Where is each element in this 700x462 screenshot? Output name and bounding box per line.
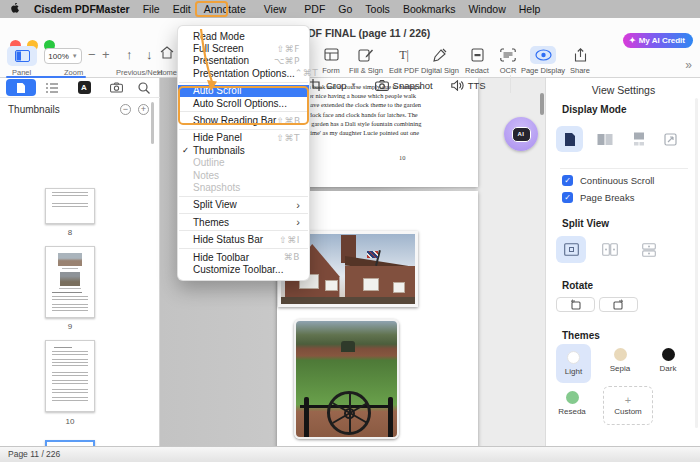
menubar-edit[interactable]: Edit bbox=[173, 3, 191, 15]
form-button[interactable]: Form bbox=[314, 46, 348, 75]
menu-item-snapshots-disabled: Snapshots bbox=[178, 181, 309, 193]
menubar-tools[interactable]: Tools bbox=[365, 3, 390, 15]
thumb-text-block bbox=[52, 372, 88, 385]
thumbnail-page-10[interactable] bbox=[45, 340, 95, 412]
chevron-down-icon: ▼ bbox=[72, 53, 78, 59]
menu-item-customize-toolbar[interactable]: Customize Toolbar... bbox=[178, 263, 309, 275]
tab-thumbnails[interactable] bbox=[6, 79, 36, 96]
crop-icon bbox=[310, 79, 322, 91]
menubar-bookmarks[interactable]: Bookmarks bbox=[403, 3, 456, 15]
annotation-box-auto-scroll bbox=[178, 86, 309, 125]
menubar-view[interactable]: View bbox=[259, 2, 292, 16]
menu-item-hide-panel[interactable]: Hide Panel⇧⌘T bbox=[178, 132, 309, 144]
menu-separator bbox=[179, 213, 308, 214]
menu-item-read-mode[interactable]: Read Mode bbox=[178, 30, 309, 42]
menu-separator bbox=[179, 230, 308, 231]
redact-button[interactable]: Redact bbox=[460, 46, 494, 75]
menubar-help[interactable]: Help bbox=[519, 3, 541, 15]
theme-light-selected[interactable]: Light bbox=[556, 344, 591, 383]
page-display-label: Page Display bbox=[521, 66, 565, 75]
fill-sign-button[interactable]: Fill & Sign bbox=[349, 46, 383, 75]
page-display-button[interactable]: Page Display bbox=[526, 46, 560, 75]
page-breaks-row[interactable]: ✓ Page Breaks bbox=[562, 192, 634, 203]
checkbox-checked-icon[interactable]: ✓ bbox=[562, 192, 573, 203]
thumb-heading bbox=[54, 347, 72, 348]
display-mode-fit[interactable] bbox=[657, 126, 684, 152]
tab-search[interactable] bbox=[136, 80, 152, 95]
thumb-text-block bbox=[52, 192, 88, 200]
thumbnail-page-9[interactable] bbox=[45, 246, 95, 318]
tab-annotations[interactable]: A bbox=[76, 80, 92, 95]
sidebar-scrollbar[interactable] bbox=[151, 102, 154, 144]
document-scrollbar[interactable] bbox=[540, 93, 544, 115]
tts-button[interactable]: TTS bbox=[451, 80, 486, 91]
previous-page-button[interactable]: ↑ bbox=[126, 47, 133, 62]
rotate-right-icon bbox=[612, 299, 625, 310]
thumbnail-zoom-out-icon[interactable]: − bbox=[120, 104, 131, 115]
theme-name: Dark bbox=[660, 364, 677, 373]
rotate-left-button[interactable] bbox=[556, 297, 595, 312]
tab-outline[interactable] bbox=[44, 80, 60, 95]
next-page-button[interactable]: ↓ bbox=[146, 47, 153, 62]
ocr-icon bbox=[500, 48, 516, 62]
thumbnail-zoom-in-icon[interactable]: + bbox=[138, 104, 149, 115]
form-icon bbox=[324, 48, 339, 62]
menu-item-split-view[interactable]: Split View› bbox=[178, 199, 309, 211]
menu-item-presentation[interactable]: Presentation⌥⌘P bbox=[178, 55, 309, 67]
theme-custom[interactable]: + Custom bbox=[603, 386, 653, 425]
menu-item-themes[interactable]: Themes› bbox=[178, 216, 309, 228]
redact-icon bbox=[471, 48, 484, 62]
split-view-vertical[interactable] bbox=[595, 236, 625, 263]
apple-logo-icon[interactable] bbox=[10, 3, 21, 15]
menubar-go[interactable]: Go bbox=[338, 3, 352, 15]
macos-menu-bar: Cisdem PDFMaster File Edit Annotate View… bbox=[0, 0, 700, 18]
iron-wheel-gate bbox=[327, 391, 371, 435]
zoom-out-button[interactable]: − bbox=[88, 47, 96, 62]
theme-sepia[interactable]: Sepia bbox=[602, 348, 638, 373]
edit-pdf-button[interactable]: T| Edit PDF bbox=[387, 46, 421, 75]
tab-snapshots[interactable] bbox=[108, 80, 124, 95]
snapshot-button[interactable]: Snapshot bbox=[375, 80, 433, 91]
thumb-text-block bbox=[52, 296, 88, 313]
share-button[interactable]: Share bbox=[563, 46, 597, 75]
menu-item-thumbnails-checked[interactable]: ✓Thumbnails bbox=[178, 144, 309, 156]
split-view-horizontal[interactable] bbox=[634, 236, 664, 263]
menu-separator bbox=[179, 129, 308, 130]
ocr-label: OCR bbox=[500, 66, 517, 75]
menubar-app-name[interactable]: Cisdem PDFMaster bbox=[34, 3, 130, 15]
edit-pdf-icon: T| bbox=[391, 46, 417, 64]
display-mode-page-break[interactable] bbox=[625, 126, 652, 152]
theme-reseda[interactable]: Reseda bbox=[554, 391, 590, 416]
zoom-value: 100% bbox=[48, 52, 68, 61]
zoom-in-button[interactable]: + bbox=[102, 47, 110, 62]
thumb-text-block bbox=[52, 351, 88, 368]
menubar-pdf[interactable]: PDF bbox=[304, 3, 325, 15]
menubar-file[interactable]: File bbox=[143, 3, 160, 15]
theme-name: Reseda bbox=[558, 407, 586, 416]
crop-button[interactable]: Crop ▼ bbox=[310, 79, 357, 91]
panel-scrollbar[interactable] bbox=[695, 98, 698, 428]
menu-item-presentation-options[interactable]: Presentation Options...⌃⌘T bbox=[178, 67, 309, 79]
zoom-level-dropdown[interactable]: 100% ▼ bbox=[44, 48, 82, 64]
continuous-scroll-row[interactable]: ✓ Continuous Scroll bbox=[562, 175, 654, 186]
panel-toggle-button[interactable] bbox=[7, 46, 37, 66]
ocr-button[interactable]: OCR bbox=[491, 46, 525, 75]
digital-sign-button[interactable]: Digital Sign bbox=[423, 46, 457, 75]
more-tools-chevron[interactable]: » bbox=[685, 58, 692, 72]
menu-item-hide-status-bar[interactable]: Hide Status Bar⇧⌘I bbox=[178, 233, 309, 245]
theme-dark[interactable]: Dark bbox=[650, 348, 686, 373]
thumbnail-page-8[interactable] bbox=[45, 188, 95, 224]
menu-item-full-screen[interactable]: Full Screen⇧⌘F bbox=[178, 42, 309, 54]
menubar-window[interactable]: Window bbox=[468, 3, 505, 15]
checkbox-checked-icon[interactable]: ✓ bbox=[562, 175, 573, 186]
checkmark-icon: ✓ bbox=[182, 145, 189, 155]
display-mode-single-page[interactable] bbox=[556, 126, 583, 152]
rotate-right-button[interactable] bbox=[599, 297, 638, 312]
split-view-none[interactable] bbox=[556, 236, 586, 263]
menu-item-hide-toolbar[interactable]: Hide Toolbar⌘B bbox=[178, 251, 309, 263]
home-button[interactable] bbox=[160, 46, 174, 59]
my-ai-credit-button[interactable]: ✦ My AI Credit bbox=[623, 33, 693, 48]
ai-assistant-floating-button[interactable]: AI bbox=[504, 117, 538, 151]
display-mode-two-page[interactable] bbox=[591, 126, 618, 152]
form-label: Form bbox=[322, 66, 340, 75]
